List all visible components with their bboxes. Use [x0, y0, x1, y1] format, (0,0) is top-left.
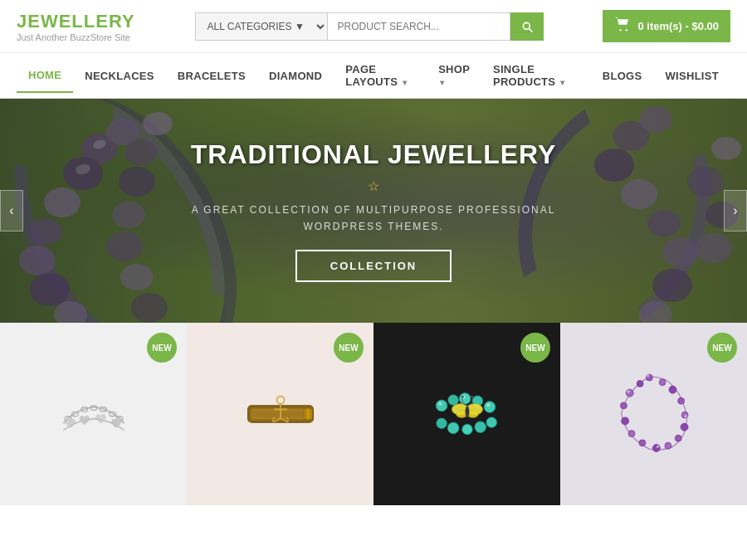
hero-content: TRADITIONAL JEWELLERY ☆ A GREAT COLLECTI…: [191, 139, 557, 281]
svg-point-54: [447, 422, 459, 434]
search-icon: [520, 20, 534, 33]
nav-link-diamond[interactable]: DIAMOND: [257, 60, 334, 92]
nav-link-bracelets[interactable]: BRACELETS: [166, 60, 257, 92]
hero-subtitle: A GREAT COLLECTION OF MULTIPURPOSE PROFE…: [191, 202, 557, 234]
svg-point-73: [628, 431, 635, 437]
nav-item-single-products[interactable]: SINGLE PRODUCTS ▾: [481, 53, 591, 98]
svg-point-60: [486, 403, 491, 407]
nav-link-single-products[interactable]: SINGLE PRODUCTS ▾: [481, 53, 591, 98]
nav-item-blogs[interactable]: BLOGS: [591, 60, 654, 92]
svg-point-65: [465, 406, 469, 417]
site-header: JEWELLERY Just Another BuzzStore Site AL…: [0, 0, 747, 53]
nav-link-page-layouts[interactable]: PAGE LAYOUTS ▾: [334, 53, 427, 98]
search-input[interactable]: [328, 12, 510, 41]
product-image-3: [420, 372, 514, 455]
product-card-2[interactable]: NEW: [187, 323, 374, 505]
svg-point-76: [664, 442, 671, 449]
svg-point-1: [626, 29, 627, 31]
search-button[interactable]: [510, 12, 544, 41]
new-badge-1: NEW: [147, 333, 177, 363]
nav-item-diamond[interactable]: DIAMOND: [257, 60, 334, 92]
nav-item-home[interactable]: HOME: [17, 59, 73, 93]
svg-point-74: [639, 440, 646, 446]
hero-banner: ‹ TRADITIONAL JEWELLERY ☆ A GREAT COLLEC…: [0, 99, 747, 323]
chevron-right-icon: ›: [733, 203, 737, 218]
product-card-3[interactable]: NEW: [374, 323, 560, 505]
hero-title: TRADITIONAL JEWELLERY: [191, 139, 557, 170]
svg-point-49: [447, 395, 457, 405]
svg-point-75: [652, 445, 660, 452]
svg-point-86: [684, 415, 686, 417]
svg-point-70: [626, 389, 633, 397]
nav-item-wishlist[interactable]: WISHLIST: [653, 60, 730, 92]
svg-point-56: [475, 421, 486, 433]
svg-point-0: [620, 29, 622, 31]
nav-link-necklaces[interactable]: NECKLACES: [73, 60, 166, 92]
hero-next-button[interactable]: ›: [724, 190, 747, 231]
site-subtitle: Just Another BuzzStore Site: [17, 32, 135, 42]
chevron-down-icon: ▾: [403, 78, 407, 87]
svg-point-80: [677, 397, 684, 404]
svg-point-48: [436, 400, 447, 411]
svg-point-69: [637, 381, 643, 387]
site-title: JEWELLERY: [17, 11, 135, 32]
hero-star-icon: ☆: [191, 178, 557, 194]
hero-prev-button[interactable]: ‹: [0, 190, 23, 231]
new-badge-3: NEW: [520, 333, 550, 363]
nav-link-wishlist[interactable]: WISHLIST: [653, 60, 730, 92]
svg-point-66: [461, 396, 463, 398]
svg-point-67: [471, 396, 473, 398]
svg-point-77: [675, 435, 681, 441]
svg-point-58: [438, 402, 442, 406]
nav-item-page-layouts[interactable]: PAGE LAYOUTS ▾: [334, 53, 427, 98]
nav-item-shop[interactable]: SHOP ▾: [427, 53, 481, 98]
chevron-down-icon: ▾: [560, 78, 564, 87]
search-area: ALL CATEGORIES ▼: [195, 12, 544, 41]
svg-point-57: [486, 417, 496, 427]
cart-button[interactable]: 0 item(s) - $0.00: [603, 10, 730, 42]
new-badge-2: NEW: [334, 333, 364, 363]
product-card-1[interactable]: NEW: [0, 323, 187, 505]
cart-text: 0 item(s) - $0.00: [637, 20, 719, 32]
svg-point-71: [620, 402, 627, 409]
product-image-2: [233, 372, 327, 455]
hero-cta-button[interactable]: COLLECTION: [295, 250, 452, 282]
product-card-4[interactable]: NEW: [560, 323, 747, 505]
svg-point-72: [621, 417, 628, 425]
nav-item-necklaces[interactable]: NECKLACES: [73, 60, 166, 92]
category-select[interactable]: ALL CATEGORIES ▼: [195, 12, 328, 41]
svg-point-84: [627, 390, 629, 392]
main-nav: HOME NECKLACES BRACELETS DIAMOND PAGE LA…: [0, 53, 747, 99]
svg-point-81: [669, 386, 676, 393]
nav-link-home[interactable]: HOME: [17, 59, 73, 93]
svg-point-83: [647, 374, 649, 377]
chevron-down-icon: ▾: [440, 78, 444, 87]
nav-link-blogs[interactable]: BLOGS: [591, 60, 654, 92]
new-badge-4: NEW: [707, 333, 737, 363]
nav-item-bracelets[interactable]: BRACELETS: [166, 60, 257, 92]
svg-point-78: [681, 423, 688, 431]
svg-point-50: [459, 393, 471, 405]
svg-point-85: [656, 446, 658, 448]
product-image-1: [46, 372, 140, 455]
product-image-4: [607, 372, 701, 455]
nav-link-shop[interactable]: SHOP ▾: [427, 53, 481, 98]
svg-point-43: [276, 397, 284, 404]
svg-point-82: [659, 379, 666, 386]
svg-point-55: [461, 424, 471, 434]
svg-point-53: [436, 418, 446, 428]
logo-area[interactable]: JEWELLERY Just Another BuzzStore Site: [17, 11, 135, 42]
svg-point-52: [484, 402, 496, 413]
products-grid: NEW: [0, 323, 747, 505]
cart-icon: [614, 17, 631, 36]
chevron-left-icon: ‹: [9, 203, 13, 218]
